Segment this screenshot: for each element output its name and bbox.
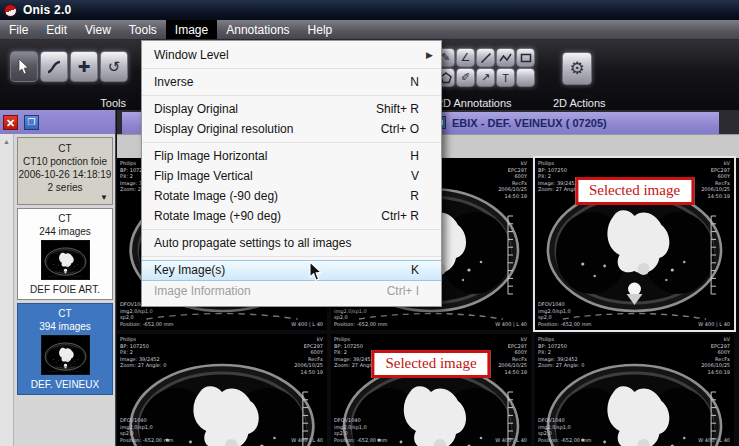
menu-tools[interactable]: Tools [120,20,166,39]
rotate-tool-button[interactable]: ↺ [100,51,128,82]
menu-item-shortcut: Ctrl+ O [381,119,431,139]
rotate-icon: ↺ [108,58,121,76]
selected-image-label: Selected image [371,350,490,378]
ct-image-cell-r1c2[interactable]: PhilipsBP: 107250PX: 2Image: 39/2452Zoom… [535,334,734,446]
series-thumbnail [41,335,90,375]
series-name: DEF FOIE ART. [18,282,112,296]
menu-item-label: Flip Image Vertical [154,166,411,186]
study-description: CT10 ponction foie [18,155,112,168]
window-title: Onis 2.0 [23,3,71,17]
series-image-count: 244 images [18,225,112,238]
overlay-top-right: kVEPC297600YRecFx2006/10/2514:50:19 [498,336,527,375]
study-card[interactable]: CT CT10 ponction foie 2006-10-26 14:18:1… [17,137,113,205]
close-icon[interactable]: ✕ [3,115,18,130]
menu-item-label: Display Original resolution [154,119,381,139]
overlay-top-right: kVEPC297600YRecFx2006/10/2514:50:19 [498,160,527,199]
menu-item-inverse[interactable]: InverseN [142,72,441,92]
ct-axial-slice [42,336,89,374]
menu-item-rotate-image-90-deg[interactable]: Rotate Image (-90 deg)R [142,186,441,206]
rectangle-tool-button[interactable] [516,48,535,67]
overlay-bottom-left: DFOV1040img2,0/sp1,0sp2,0Position: -652,… [334,417,387,443]
menu-item-label: Rotate Image (-90 deg) [154,186,410,206]
series-card-def-foie-art[interactable]: CT 244 images DEF FOIE ART. [17,208,113,300]
ct-image-cell-r1c1[interactable]: PhilipsBP: 107250PX: 2Image: 39/2452Zoom… [331,334,531,446]
actions-gear-button[interactable]: ⚙ [562,52,592,85]
chevron-down-icon[interactable]: ▼ [100,193,108,202]
pan-move-tool-button[interactable]: ✚ [70,51,98,82]
menu-item-window-level[interactable]: Window Level▶ [142,45,441,65]
menu-item-shortcut: N [410,72,431,92]
pan-move-icon: ✚ [78,58,91,76]
overlay-top-left: PhilipsBP: 107250PX: 2Image: 39/2452Zoom… [120,336,166,369]
menu-item-rotate-image-90-deg[interactable]: Rotate Image (+90 deg)Ctrl+ R [142,206,441,226]
menu-file[interactable]: File [0,20,37,39]
text-tool-button[interactable]: T [496,68,515,87]
overlay-bottom-left: DFOV1040img2,0/sp1,0sp2,0Position: -652,… [538,417,591,443]
angle-icon: ∠ [461,51,471,64]
study-sidebar: ✕ ❐ ▲ CT CT10 ponction foie 2006-10-26 1… [0,110,116,446]
series-thumbnail [41,240,90,280]
menu-item-display-original[interactable]: Display OriginalShift+ R [142,99,441,119]
selected-image-label: Selected image [575,177,694,205]
menu-item-shortcut: K [411,261,431,280]
ct-axial-slice [42,241,89,279]
menu-item-flip-image-vertical[interactable]: Flip Image VerticalV [142,166,441,186]
menu-separator [142,95,441,96]
arrow-tool-button[interactable]: ↗ [476,68,495,87]
series-name: DEF. VEINEUX [18,377,112,391]
menu-item-label: Key Image(s) [154,261,411,280]
image-menu-dropdown: Window Level▶InverseNDisplay OriginalShi… [141,40,442,307]
overlay-window-level: W 400 | L 40 [291,437,323,444]
overlay-bottom-left: DFOV1040img2,0/sp1,0sp2,0Position: -652,… [538,301,591,327]
cursor-tool-button[interactable] [10,51,38,82]
series-card-def-veineux[interactable]: CT 394 images DEF. VEINEUX [17,303,113,395]
menu-item-shortcut: R [410,186,431,206]
series-image-count: 394 images [18,320,112,333]
overlay-top-right: kVEPC297600YRecFx2006/10/2514:50:19 [294,336,323,375]
overlay-top-right: kVEPC297600YRecFx2006/10/2514:50:19 [701,336,730,375]
sidebar-scrollbar[interactable]: ▲ [0,134,14,446]
overlay-window-level: W 400 | L 40 [495,437,527,444]
restore-window-icon[interactable]: ❐ [24,115,39,130]
menu-bar: File Edit View Tools Image Annotations H… [0,20,739,40]
rectangle-icon [520,52,532,64]
menu-image[interactable]: Image [166,20,217,39]
marker-tool-button[interactable]: ✐ [456,68,475,87]
ct-image-cell-r1c0[interactable]: PhilipsBP: 107250PX: 2Image: 39/2452Zoom… [117,334,327,446]
gear-icon: ⚙ [569,58,584,79]
menu-item-label: Display Original [154,99,376,119]
overlay-window-level: W 400 | L 40 [698,321,730,328]
blank-tool-button[interactable] [516,68,535,87]
scroll-up-arrow-icon[interactable]: ▲ [0,134,13,145]
polyline-icon [499,52,512,64]
menu-item-flip-image-horizontal[interactable]: Flip Image HorizontalH [142,146,441,166]
menu-view[interactable]: View [76,20,120,39]
overlay-top-left: PhilipsBP: 107250PX: 2Image: 39/2452Zoom… [538,336,584,369]
line-icon [480,52,492,64]
menu-annotations[interactable]: Annotations [217,20,298,39]
menu-item-label: Window Level [154,45,431,65]
menu-item-image-information: Image InformationCtrl+ I [142,281,441,301]
menu-item-shortcut: Ctrl+ I [387,281,431,301]
angle-tool-button[interactable]: ∠ [456,48,475,67]
tools-group-label: Tools [60,97,126,109]
mouse-cursor-icon [309,262,324,286]
menu-edit[interactable]: Edit [37,20,76,39]
menu-item-display-original-resolution[interactable]: Display Original resolutionCtrl+ O [142,119,441,139]
menu-item-key-image-s[interactable]: Key Image(s)K [142,260,441,281]
polyline-tool-button[interactable] [496,48,515,67]
ct-image-cell-r0c2[interactable]: PhilipsBP: 107250PX: 2Image: 39/2452Zoom… [535,158,734,330]
window-level-curve-tool-button[interactable] [40,51,68,82]
menu-item-auto-propagate-settings-to-all-images[interactable]: Auto propagate settings to all images [142,233,441,253]
menu-separator [142,256,441,257]
study-modality: CT [18,142,112,155]
menu-separator [142,142,441,143]
study-series-count: 2 series [18,181,112,194]
overlay-bottom-left: DFOV1040img2,0/sp1,0sp2,0Position: -652,… [120,417,173,443]
menu-help[interactable]: Help [299,20,342,39]
text-icon: T [502,72,509,84]
menu-item-shortcut: Shift+ R [376,99,431,119]
menu-item-label: Flip Image Horizontal [154,146,410,166]
series-modality: CT [18,307,112,320]
line-tool-button[interactable] [476,48,495,67]
